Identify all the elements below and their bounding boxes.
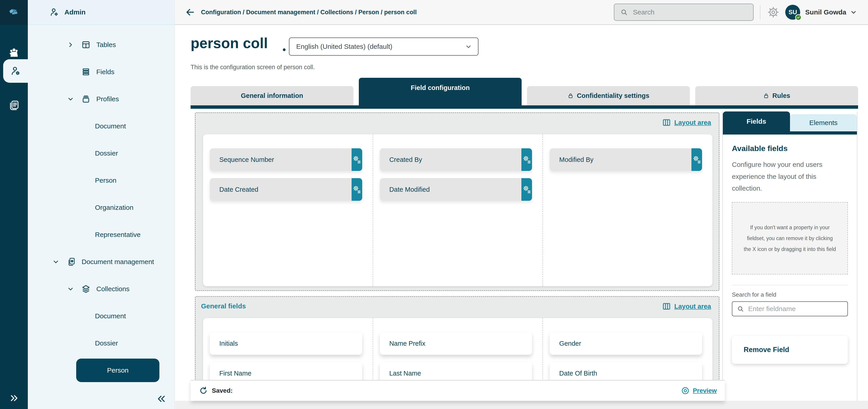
rail-expand-button[interactable] xyxy=(0,393,28,403)
available-fields-heading: Available fields xyxy=(732,144,848,153)
sidebar-item-collections-person-selected[interactable]: Person xyxy=(28,357,174,384)
rows-icon xyxy=(82,67,90,76)
field-chip-date-modified[interactable]: Date Modified xyxy=(380,178,532,201)
field-chip-label: Created By xyxy=(389,156,422,163)
field-chip-initials[interactable]: Initials xyxy=(210,332,362,355)
chevron-right-icon[interactable] xyxy=(66,41,75,48)
field-chip-modified-by[interactable]: Modified By xyxy=(550,148,702,171)
user-gear-icon xyxy=(50,7,59,17)
sidebar-collapse-button[interactable] xyxy=(156,394,167,404)
lock-icon xyxy=(763,93,769,99)
layout-area-link-label: Layout area xyxy=(674,119,711,126)
sidebar-item-document-management[interactable]: Document management xyxy=(28,248,174,275)
panel-body: Available fields Configure how your end … xyxy=(723,144,857,364)
tab-label: Elements xyxy=(809,119,837,127)
title-edit-dot xyxy=(283,49,285,51)
sidebar-item-collections[interactable]: Collections xyxy=(28,275,174,303)
status-online-badge xyxy=(795,14,802,21)
remove-drop-zone[interactable]: If you don't want a property in your fie… xyxy=(732,202,848,275)
sidebar-item-label: Dossier xyxy=(95,150,118,157)
page-subtitle: This is the configuration screen of pers… xyxy=(191,64,315,71)
app-rail xyxy=(0,0,28,409)
settings-gear-button[interactable] xyxy=(767,6,779,18)
field-chip-sequence-number[interactable]: Sequence Number xyxy=(210,148,362,171)
field-gear-icon xyxy=(692,155,701,164)
global-search-input[interactable] xyxy=(633,8,741,16)
field-chip-name-prefix[interactable]: Name Prefix xyxy=(380,332,532,355)
tab-general-information[interactable]: General information xyxy=(191,86,353,105)
field-chip-label: Name Prefix xyxy=(389,340,426,347)
field-chip-created-by[interactable]: Created By xyxy=(380,148,532,171)
sidebar-item-label: Person xyxy=(95,177,117,184)
language-select-value: English (United States) (default) xyxy=(296,43,392,51)
search-icon xyxy=(737,305,744,312)
sidebar-item-label: Dossier xyxy=(95,339,118,347)
gear-icon xyxy=(767,6,779,18)
field-chip-gender[interactable]: Gender xyxy=(550,332,702,355)
tab-rules[interactable]: Rules xyxy=(695,86,858,105)
preview-link[interactable]: Preview xyxy=(693,387,717,394)
sidebar-item-profiles-dossier[interactable]: Dossier xyxy=(28,140,174,167)
documents-icon[interactable] xyxy=(0,94,28,117)
back-button[interactable] xyxy=(185,7,195,17)
user-avatar[interactable]: SU xyxy=(785,5,800,20)
field-chip-label: Date Of Birth xyxy=(559,370,597,377)
layout-column-1: Sequence Number Date Created xyxy=(203,134,373,286)
admin-rail-item-active[interactable] xyxy=(3,59,28,83)
field-settings-button[interactable] xyxy=(521,178,532,201)
double-chevron-right-icon xyxy=(9,393,19,403)
tab-label: Confidentiality settings xyxy=(577,92,649,99)
chevron-down-icon[interactable] xyxy=(51,258,61,265)
global-search[interactable] xyxy=(614,4,753,21)
tab-field-configuration[interactable]: Field configuration xyxy=(359,78,522,105)
field-settings-button[interactable] xyxy=(351,148,362,171)
sidebar-item-profiles-representative[interactable]: Representative xyxy=(28,221,174,248)
sidebar-tree: Tables Fields Profiles Document Dossier … xyxy=(28,25,174,384)
field-chip-label: Initials xyxy=(219,340,238,347)
tab-elements[interactable]: Elements xyxy=(790,114,857,131)
sidebar-item-collections-dossier[interactable]: Dossier xyxy=(28,329,174,357)
sidebar-item-tables[interactable]: Tables xyxy=(28,31,174,58)
sidebar-item-profiles-person[interactable]: Person xyxy=(28,167,174,194)
tab-fields[interactable]: Fields xyxy=(723,112,790,131)
user-gear-icon xyxy=(10,66,21,76)
field-search[interactable] xyxy=(732,302,848,316)
field-settings-button[interactable] xyxy=(691,148,702,171)
field-search-label: Search for a field xyxy=(732,291,848,298)
sidebar-item-label: Profiles xyxy=(96,95,119,103)
field-chip-label: Sequence Number xyxy=(219,156,274,163)
page-title: person coll xyxy=(191,35,268,52)
field-gear-icon xyxy=(522,185,531,194)
language-select[interactable]: English (United States) (default) xyxy=(289,37,478,56)
layout-area-link[interactable]: Layout area xyxy=(662,302,711,311)
tab-confidentiality-settings[interactable]: Confidentiality settings xyxy=(527,86,690,105)
sync-icon xyxy=(199,386,208,396)
save-bar: Saved: Preview xyxy=(191,380,725,401)
tab-label: Rules xyxy=(772,92,790,99)
available-field-remove-field[interactable]: Remove Field xyxy=(732,336,848,364)
user-menu-button[interactable] xyxy=(850,9,857,16)
field-settings-button[interactable] xyxy=(351,178,362,201)
chevron-down-icon[interactable] xyxy=(66,286,75,292)
sidebar-item-label: Tables xyxy=(96,41,116,49)
sidebar-item-profiles-organization[interactable]: Organization xyxy=(28,194,174,221)
field-chip-label: Modified By xyxy=(559,156,593,163)
layout-column-2: Created By Date Modified xyxy=(373,134,542,286)
layout-area-link[interactable]: Layout area xyxy=(662,118,711,127)
sidebar-item-profiles[interactable]: Profiles xyxy=(28,86,174,113)
app-logo[interactable] xyxy=(0,0,28,25)
main-content: person coll English (United States) (def… xyxy=(175,25,868,409)
table-icon xyxy=(82,40,90,49)
field-chip-date-created[interactable]: Date Created xyxy=(210,178,362,201)
sidebar-header-label: Admin xyxy=(64,8,86,16)
field-settings-button[interactable] xyxy=(521,148,532,171)
columns-icon xyxy=(662,302,671,311)
field-search-input[interactable] xyxy=(748,305,847,313)
sidebar-item-fields[interactable]: Fields xyxy=(28,58,174,86)
sidebar-item-profiles-document[interactable]: Document xyxy=(28,113,174,140)
breadcrumb[interactable]: Configuration / Document management / Co… xyxy=(201,9,417,16)
chevron-down-icon[interactable] xyxy=(66,96,75,102)
sidebar-item-collections-document[interactable]: Document xyxy=(28,303,174,329)
sidebar-item-label: Document xyxy=(95,312,126,320)
bottom-strip xyxy=(175,401,868,409)
